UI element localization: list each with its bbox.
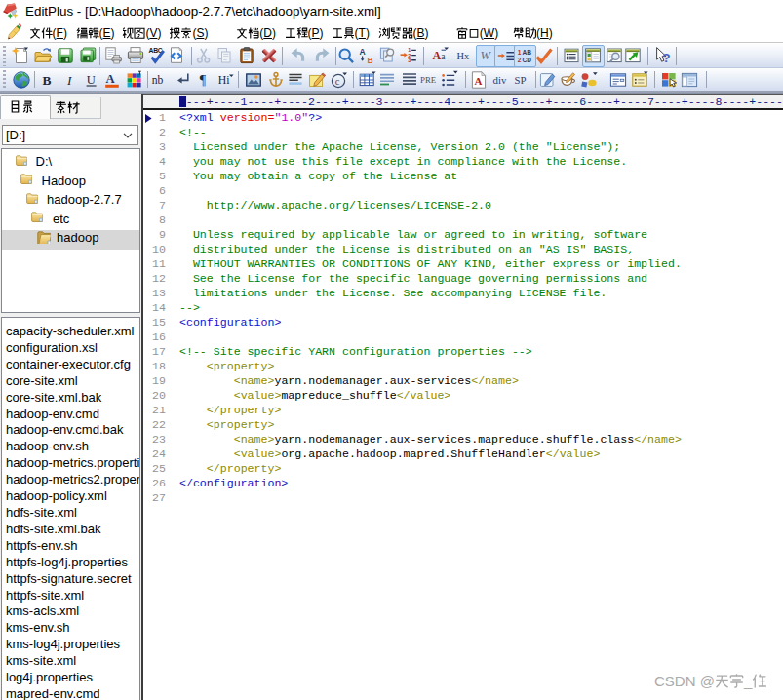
svg-text:PRE: PRE (420, 75, 436, 85)
svg-text:1: 1 (517, 49, 521, 56)
svg-text:W: W (480, 49, 491, 62)
svg-text:2: 2 (517, 57, 521, 63)
svg-text:¶: ¶ (199, 73, 206, 88)
svg-text:Hx: Hx (456, 51, 470, 61)
svg-text:A: A (106, 72, 115, 86)
svg-text:Hi: Hi (217, 73, 230, 87)
svg-text:a: a (441, 51, 446, 61)
svg-text:A: A (474, 74, 482, 86)
svg-text:3: 3 (408, 58, 411, 63)
svg-text:AB: AB (522, 49, 531, 56)
svg-text:?: ? (662, 51, 670, 65)
svg-text:SP: SP (515, 73, 527, 85)
svg-text:B: B (367, 56, 372, 65)
svg-text:c: c (335, 75, 340, 86)
svg-text:B: B (43, 72, 52, 87)
svg-text:I: I (66, 72, 72, 87)
svg-text:div: div (492, 73, 506, 85)
svg-text:A: A (359, 47, 365, 57)
svg-text:CD: CD (522, 57, 531, 63)
svg-text:U: U (86, 73, 95, 87)
svg-text:nb: nb (152, 74, 164, 87)
